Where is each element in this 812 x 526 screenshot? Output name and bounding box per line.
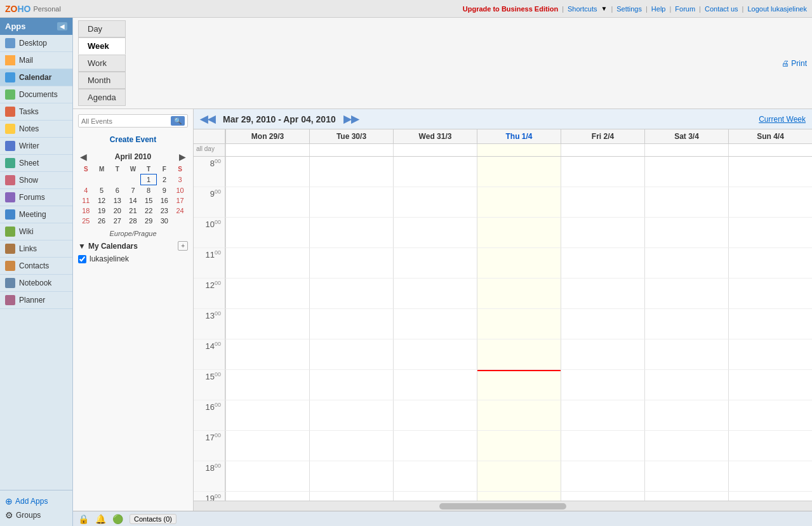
time-cell-12-col4[interactable] <box>561 279 644 309</box>
sidebar-item-contacts[interactable]: Contacts <box>0 258 72 275</box>
time-cell-15-col6[interactable] <box>728 370 812 400</box>
contact-link[interactable]: Contact us <box>705 5 738 13</box>
sidebar-item-forums[interactable]: Forums <box>0 189 72 206</box>
tab-agenda[interactable]: Agenda <box>78 89 126 106</box>
time-cell-16-col2[interactable] <box>393 400 477 431</box>
mini-cal-day-25[interactable]: 25 <box>78 216 94 226</box>
time-cell-9-col3[interactable] <box>477 187 561 218</box>
time-cell-16-col5[interactable] <box>644 400 728 431</box>
time-cell-19-col4[interactable] <box>561 492 644 501</box>
time-cell-12-col3[interactable] <box>477 279 561 309</box>
time-cell-8-col2[interactable] <box>393 157 477 187</box>
time-cell-8-col6[interactable] <box>728 157 812 187</box>
mini-cal-day-5[interactable]: 5 <box>94 185 110 196</box>
add-calendar-button[interactable]: + <box>178 241 188 251</box>
time-cell-8-col0[interactable] <box>225 157 309 187</box>
time-cell-17-col6[interactable] <box>728 431 812 461</box>
time-cell-10-col2[interactable] <box>393 218 477 248</box>
time-cell-11-col2[interactable] <box>393 248 477 279</box>
time-cell-16-col0[interactable] <box>225 400 309 431</box>
time-cell-15-col4[interactable] <box>561 370 644 400</box>
time-cell-19-col1[interactable] <box>309 492 393 501</box>
forum-link[interactable]: Forum <box>675 5 695 13</box>
mini-cal-day-23[interactable]: 23 <box>157 206 173 216</box>
time-cell-17-col1[interactable] <box>309 431 393 461</box>
time-cell-11-col6[interactable] <box>728 248 812 279</box>
sidebar-item-writer[interactable]: Writer <box>0 138 72 155</box>
time-cell-14-col6[interactable] <box>728 339 812 370</box>
time-cell-13-col3[interactable] <box>477 309 561 339</box>
time-cell-14-col1[interactable] <box>309 339 393 370</box>
groups-button[interactable]: ⚙ Groups <box>5 508 67 522</box>
time-cell-18-col3[interactable] <box>477 461 561 492</box>
mini-cal-day-15[interactable]: 15 <box>141 195 157 206</box>
time-cell-13-col2[interactable] <box>393 309 477 339</box>
time-cell-18-col4[interactable] <box>561 461 644 492</box>
help-link[interactable]: Help <box>651 5 666 13</box>
mini-cal-day-16[interactable]: 16 <box>157 195 173 206</box>
time-cell-9-col1[interactable] <box>309 187 393 218</box>
time-cell-10-col3[interactable] <box>477 218 561 248</box>
add-apps-button[interactable]: ⊕ Add Apps <box>5 494 67 508</box>
time-cell-13-col6[interactable] <box>728 309 812 339</box>
sidebar-item-notes[interactable]: Notes <box>0 121 72 138</box>
allday-cell-6[interactable] <box>728 144 812 156</box>
time-cell-15-col0[interactable] <box>225 370 309 400</box>
hscroll-thumb[interactable] <box>439 503 566 510</box>
time-cell-15-col1[interactable] <box>309 370 393 400</box>
time-cell-9-col0[interactable] <box>225 187 309 218</box>
mini-cal-day-2[interactable]: 2 <box>157 174 173 185</box>
time-cell-8-col3[interactable] <box>477 157 561 187</box>
calendar-item-lukasjelinek[interactable]: lukasjelinek <box>78 253 188 265</box>
calendar-checkbox-lukasjelinek[interactable] <box>78 255 86 263</box>
time-cell-14-col5[interactable] <box>644 339 728 370</box>
time-cell-13-col0[interactable] <box>225 309 309 339</box>
mini-cal-day-27[interactable]: 27 <box>109 216 125 226</box>
time-cell-16-col1[interactable] <box>309 400 393 431</box>
time-cell-16-col4[interactable] <box>561 400 644 431</box>
upgrade-link[interactable]: Upgrade to Business Edition <box>463 5 558 13</box>
time-cell-10-col0[interactable] <box>225 218 309 248</box>
time-cell-11-col4[interactable] <box>561 248 644 279</box>
sidebar-item-desktop[interactable]: Desktop <box>0 35 72 52</box>
time-cell-9-col6[interactable] <box>728 187 812 218</box>
mini-cal-day-10[interactable]: 10 <box>172 185 188 196</box>
time-cell-17-col5[interactable] <box>644 431 728 461</box>
current-week-link[interactable]: Current Week <box>759 115 806 124</box>
mini-cal-day-19[interactable]: 19 <box>94 206 110 216</box>
mini-cal-day-30[interactable]: 30 <box>157 216 173 226</box>
print-button[interactable]: 🖨 Print <box>782 59 807 68</box>
allday-cell-5[interactable] <box>644 144 728 156</box>
mini-cal-day-28[interactable]: 28 <box>125 216 141 226</box>
time-cell-12-col2[interactable] <box>393 279 477 309</box>
tab-day[interactable]: Day <box>78 20 126 37</box>
time-cell-17-col3[interactable] <box>477 431 561 461</box>
sidebar-item-tasks[interactable]: Tasks <box>0 103 72 121</box>
sidebar-collapse-button[interactable]: ◀ <box>57 22 67 30</box>
time-cell-9-col2[interactable] <box>393 187 477 218</box>
time-cell-15-col2[interactable] <box>393 370 477 400</box>
mini-cal-day-14[interactable]: 14 <box>125 195 141 206</box>
time-cell-19-col3[interactable] <box>477 492 561 501</box>
tab-month[interactable]: Month <box>78 72 126 89</box>
horizontal-scrollbar[interactable] <box>194 501 812 511</box>
search-input[interactable] <box>81 117 171 125</box>
mini-cal-day-12[interactable]: 12 <box>94 195 110 206</box>
sidebar-item-sheet[interactable]: Sheet <box>0 155 72 172</box>
allday-cell-4[interactable] <box>561 144 644 156</box>
mini-cal-day-17[interactable]: 17 <box>172 195 188 206</box>
time-cell-10-col4[interactable] <box>561 218 644 248</box>
sidebar-item-links[interactable]: Links <box>0 240 72 258</box>
mini-cal-day-6[interactable]: 6 <box>109 185 125 196</box>
sidebar-item-notebook[interactable]: Notebook <box>0 275 72 292</box>
contacts-badge[interactable]: Contacts (0) <box>130 514 176 524</box>
time-cell-11-col3[interactable] <box>477 248 561 279</box>
shortcuts-link[interactable]: Shortcuts <box>568 5 597 13</box>
time-cell-14-col4[interactable] <box>561 339 644 370</box>
tab-week[interactable]: Week <box>78 37 126 55</box>
time-cell-11-col5[interactable] <box>644 248 728 279</box>
create-event-button[interactable]: Create Event <box>78 133 188 147</box>
time-cell-17-col4[interactable] <box>561 431 644 461</box>
time-cell-19-col6[interactable] <box>728 492 812 501</box>
mini-cal-prev-button[interactable]: ◀ <box>78 152 89 162</box>
